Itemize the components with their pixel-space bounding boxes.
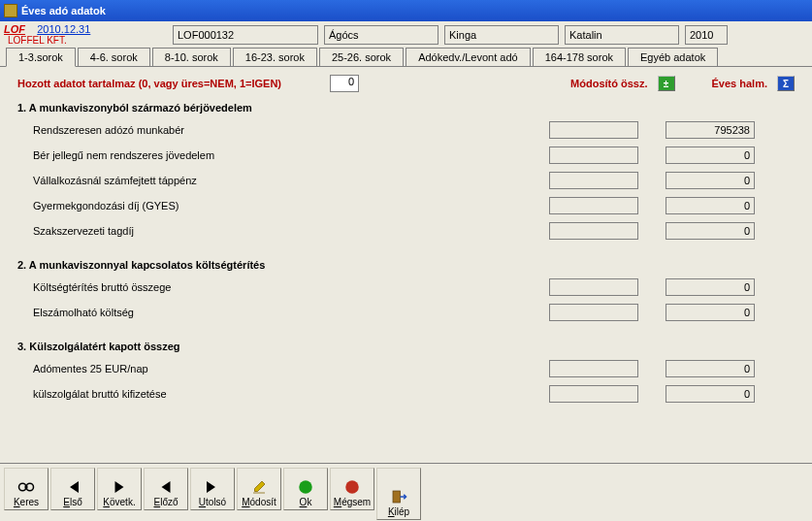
tab-164-178[interactable]: 164-178 sorok [533,48,626,66]
last-icon [203,478,222,496]
s3-row-1: külszolgálat bruttó kifizetése 0 [17,383,795,405]
app-icon [4,4,17,17]
content-area: Hozott adatot tartalmaz (0, vagy üres=NE… [0,67,812,416]
kovetk-button[interactable]: Követk. [97,468,142,510]
s3-v2-0[interactable]: 0 [666,360,755,377]
s3-row-0: Adómentes 25 EUR/nap 0 [17,358,795,379]
s2-v1-0[interactable] [549,278,638,296]
cancel-icon [342,478,362,496]
ok-icon [296,478,315,496]
keres-button[interactable]: Keres [4,468,49,510]
s1-label-0: Rendszeresen adózó munkabér [17,124,435,136]
s3-label-1: külszolgálat bruttó kifizetése [17,388,435,400]
s2-label-0: Költségtérítés bruttó összege [17,281,435,293]
tab-8-10[interactable]: 8-10. sorok [152,48,231,66]
s1-row-4: Szakszervezeti tagdíj 0 [17,220,795,242]
s1-v1-0[interactable] [549,121,638,139]
svg-point-4 [345,480,359,494]
ok-button[interactable]: Ok [283,468,328,510]
eves-label: Éves halm. [712,78,767,89]
tab-1-3[interactable]: 1-3.sorok [6,48,76,67]
lof-link[interactable]: LOF [4,23,25,35]
svg-point-3 [299,480,312,494]
tab-16-23[interactable]: 16-23. sorok [233,48,317,66]
titlebar: Éves adó adatok [0,0,812,21]
s2-v1-1[interactable] [549,304,638,321]
eves-sum-button[interactable]: Σ [777,76,795,91]
modosito-sum-button[interactable]: ± [658,76,675,91]
edit-icon [249,478,269,496]
elozo-button[interactable]: Előző [144,468,188,510]
s2-label-1: Elszámolható költség [17,307,435,318]
s1-v2-1[interactable]: 0 [666,147,755,164]
modosito-label: Módosító össz. [570,78,647,89]
s1-row-1: Bér jellegű nem rendszeres jövedelem 0 [17,145,795,166]
s1-label-3: Gyermekgondozási díj (GYES) [17,200,435,212]
footer-toolbar: Keres Első Követk. Előző Utolsó Módosít … [0,463,812,521]
tab-bar: 1-3.sorok 4-6. sorok 8-10. sorok 16-23. … [0,48,812,67]
elso-button[interactable]: Első [50,468,95,510]
s1-label-1: Bér jellegű nem rendszeres jövedelem [17,149,435,161]
utolso-button[interactable]: Utolsó [190,468,235,510]
s3-label-0: Adómentes 25 EUR/nap [17,363,435,374]
binoculars-icon [16,478,36,496]
window-title: Éves adó adatok [21,5,106,16]
hozott-label: Hozott adatot tartalmaz (0, vagy üres=NE… [17,78,281,89]
s3-v2-1[interactable]: 0 [666,385,755,403]
modosit-button[interactable]: Módosít [237,468,281,510]
s1-row-2: Vállalkozásnál számfejtett táppénz 0 [17,170,795,191]
firstname-field[interactable]: Kinga [444,25,559,45]
kilep-button[interactable]: Kilép [376,468,421,520]
s2-row-1: Elszámolható költség 0 [17,302,795,323]
s2-row-0: Költségtérítés bruttó összege 0 [17,277,795,298]
tab-4-6[interactable]: 4-6. sorok [78,48,150,66]
s1-v1-3[interactable] [549,197,638,214]
s1-v2-0[interactable]: 795238 [666,121,755,139]
s2-v2-1[interactable]: 0 [666,304,755,321]
first-icon [63,478,82,496]
s1-label-2: Vállalkozásnál számfejtett táppénz [17,175,435,186]
next-icon [110,478,129,496]
section-2-title: 2. A munkaviszonnyal kapcsolatos költség… [17,259,795,271]
s1-v1-2[interactable] [549,172,638,189]
company-name: LOFFEL KFT. [4,35,167,46]
s1-v2-3[interactable]: 0 [666,197,755,214]
s1-v2-2[interactable]: 0 [666,172,755,189]
prev-icon [156,478,176,496]
tab-25-26[interactable]: 25-26. sorok [319,48,404,66]
s1-row-0: Rendszeresen adózó munkabér 795238 [17,119,795,141]
hozott-input[interactable]: 0 [330,75,359,92]
middlename-field[interactable]: Katalin [565,25,679,45]
s2-v2-0[interactable]: 0 [666,278,755,296]
svg-rect-2 [25,486,28,489]
section-3-title: 3. Külszolgálatért kapott összeg [17,341,795,352]
tab-egyeb[interactable]: Egyéb adatok [628,48,718,66]
s3-v1-1[interactable] [549,385,638,403]
s3-v1-0[interactable] [549,360,638,377]
s1-v1-1[interactable] [549,147,638,164]
year-field[interactable]: 2010 [685,25,728,45]
s1-row-3: Gyermekgondozási díj (GYES) 0 [17,195,795,216]
lastname-field[interactable]: Ágócs [324,25,438,45]
exit-icon [389,488,408,505]
code-field[interactable]: LOF000132 [173,25,318,45]
date-link[interactable]: 2010.12.31 [37,23,90,35]
section-1-title: 1. A munkaviszonyból származó bérjövedel… [17,102,795,114]
header-row: LOF 2010.12.31 LOFFEL KFT. LOF000132 Ágó… [0,21,812,46]
s1-label-4: Szakszervezeti tagdíj [17,225,435,237]
svg-rect-5 [393,491,401,503]
tab-adokedv[interactable]: Adókedv./Levont adó [406,48,531,66]
s1-v2-4[interactable]: 0 [666,222,755,240]
s1-v1-4[interactable] [549,222,638,240]
hozott-row: Hozott adatot tartalmaz (0, vagy üres=NE… [17,75,795,92]
megsem-button[interactable]: Mégsem [330,468,374,510]
